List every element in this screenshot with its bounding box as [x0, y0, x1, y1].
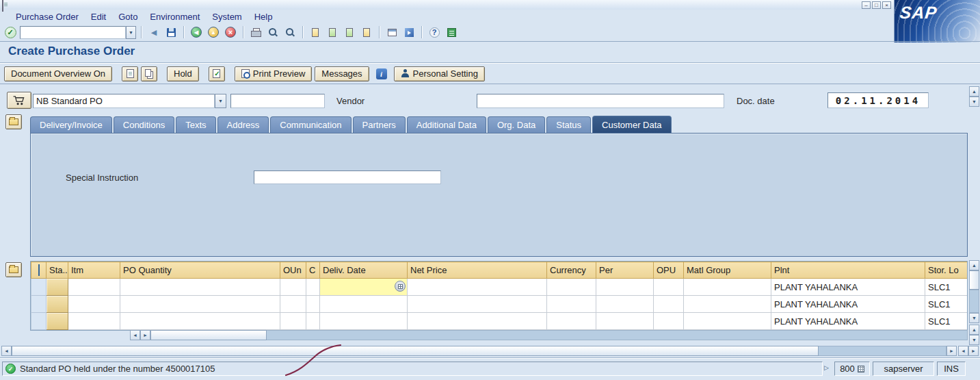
itm-cell[interactable] — [68, 296, 120, 313]
net-price-cell[interactable] — [408, 313, 547, 330]
col-net-price[interactable]: Net Price — [408, 262, 547, 279]
currency-cell[interactable] — [547, 296, 596, 313]
maximize-button[interactable]: □ — [872, 1, 881, 9]
col-opu[interactable]: OPU — [654, 262, 684, 279]
deliv-date-cell[interactable] — [320, 313, 408, 330]
po-quantity-cell[interactable] — [120, 296, 280, 313]
table-scroll-right-icon[interactable]: ► — [140, 330, 150, 340]
per-cell[interactable] — [596, 296, 654, 313]
col-itm[interactable]: Itm — [68, 262, 120, 279]
new-session-button[interactable] — [384, 25, 399, 39]
opu-cell[interactable] — [654, 279, 684, 296]
customize-layout-button[interactable] — [444, 25, 459, 39]
document-overview-button[interactable]: Document Overview On — [4, 66, 112, 81]
table-scroll-down-icon[interactable]: ▼ — [969, 313, 979, 323]
net-price-cell[interactable] — [408, 296, 547, 313]
order-number-field[interactable] — [230, 94, 325, 108]
copy-document-button[interactable] — [141, 66, 157, 81]
opu-cell[interactable] — [654, 296, 684, 313]
page-scroll-right-icon[interactable]: ► — [946, 346, 957, 356]
page-scroll-left-icon[interactable]: ◄ — [1, 346, 12, 356]
doc-date-field[interactable] — [827, 92, 929, 108]
per-cell[interactable] — [596, 279, 654, 296]
deliv-date-cell[interactable] — [320, 296, 408, 313]
collapse-header-button[interactable] — [5, 114, 22, 129]
command-history-icon[interactable]: ▼ — [126, 26, 136, 39]
plnt-cell[interactable]: PLANT YAHALANKA — [771, 296, 925, 313]
vendor-field[interactable] — [477, 94, 724, 108]
currency-cell[interactable] — [547, 313, 596, 330]
oun-cell[interactable] — [280, 279, 306, 296]
date-picker-button[interactable] — [395, 281, 406, 292]
tab-address[interactable]: Address — [217, 116, 269, 133]
corner-scroll-right-icon[interactable]: ► — [968, 346, 979, 356]
opu-cell[interactable] — [654, 313, 684, 330]
menu-environment[interactable]: Environment — [144, 11, 206, 23]
help-button[interactable]: ? — [427, 25, 442, 39]
command-field[interactable] — [20, 26, 126, 39]
messages-button[interactable]: Messages — [315, 66, 369, 81]
corner-scroll-left-icon[interactable]: ◄ — [958, 346, 968, 356]
c-cell[interactable] — [306, 279, 320, 296]
col-status[interactable]: Sta.. — [47, 262, 68, 279]
col-c[interactable]: C — [306, 262, 320, 279]
table-vscroll-thumb[interactable] — [969, 270, 979, 290]
find-next-button[interactable] — [282, 25, 297, 39]
table-scroll-up-icon[interactable]: ▲ — [969, 260, 979, 270]
currency-cell[interactable] — [547, 279, 596, 296]
table-settings-header[interactable] — [31, 262, 47, 279]
print-preview-button[interactable]: Print Preview — [235, 66, 313, 81]
tab-delivery-invoice[interactable]: Delivery/Invoice — [30, 116, 112, 133]
col-stor-loc[interactable]: Stor. Lo — [925, 262, 968, 279]
tab-status[interactable]: Status — [546, 116, 591, 133]
col-oun[interactable]: OUn — [280, 262, 306, 279]
last-page-button[interactable] — [359, 25, 374, 39]
tab-customer-data[interactable]: Customer Data — [592, 116, 671, 133]
menu-system[interactable]: System — [206, 11, 248, 23]
page-hscroll-thumb[interactable] — [12, 346, 819, 356]
col-plnt[interactable]: Plnt — [771, 262, 925, 279]
enter-button[interactable]: ✓ — [3, 25, 18, 39]
matl-group-cell[interactable] — [684, 279, 771, 296]
menu-purchase-order[interactable]: Purchase Order — [10, 11, 85, 23]
header-scroll-down-icon[interactable]: ▼ — [969, 97, 979, 107]
page-hscroll-track[interactable] — [819, 346, 946, 356]
hold-button[interactable]: Hold — [167, 66, 199, 81]
order-type-dropdown-icon[interactable]: ▼ — [215, 94, 226, 108]
menu-goto[interactable]: Goto — [112, 11, 144, 23]
per-cell[interactable] — [596, 313, 654, 330]
status-cell[interactable] — [47, 296, 68, 313]
page-scroll-up-icon[interactable]: ▲ — [969, 325, 979, 335]
table-hscroll-track[interactable] — [267, 330, 968, 340]
oun-cell[interactable] — [280, 313, 306, 330]
system-grid-icon[interactable] — [858, 366, 864, 372]
order-type-field[interactable] — [33, 94, 215, 108]
status-expand-icon[interactable]: ▷ — [824, 364, 829, 371]
col-po-quantity[interactable]: PO Quantity — [120, 262, 280, 279]
page-scroll-down-icon[interactable]: ▼ — [969, 335, 979, 345]
matl-group-cell[interactable] — [684, 296, 771, 313]
matl-group-cell[interactable] — [684, 313, 771, 330]
col-deliv-date[interactable]: Deliv. Date — [320, 262, 408, 279]
col-matl-group[interactable]: Matl Group — [684, 262, 771, 279]
col-currency[interactable]: Currency — [547, 262, 596, 279]
po-quantity-cell[interactable] — [120, 313, 280, 330]
plnt-cell[interactable]: PLANT YAHALANKA — [771, 279, 925, 296]
row-select-cell[interactable] — [31, 313, 47, 330]
back-nav-button[interactable]: ◀ — [146, 25, 161, 39]
find-button[interactable] — [265, 25, 280, 39]
tab-conditions[interactable]: Conditions — [114, 116, 174, 133]
check-document-button[interactable] — [209, 66, 225, 81]
stor-loc-cell[interactable]: SLC1 — [925, 313, 968, 330]
tab-texts[interactable]: Texts — [176, 116, 215, 133]
create-document-button[interactable] — [122, 66, 138, 81]
exit-button[interactable]: ▲ — [206, 25, 221, 39]
collapse-items-button[interactable] — [5, 262, 22, 277]
deliv-date-cell[interactable] — [320, 279, 408, 296]
table-hscroll-thumb[interactable] — [150, 330, 267, 340]
status-cell[interactable] — [47, 313, 68, 330]
table-vscroll-track[interactable] — [969, 290, 979, 313]
c-cell[interactable] — [306, 313, 320, 330]
close-button[interactable]: × — [882, 1, 891, 9]
tab-org-data[interactable]: Org. Data — [488, 116, 545, 133]
